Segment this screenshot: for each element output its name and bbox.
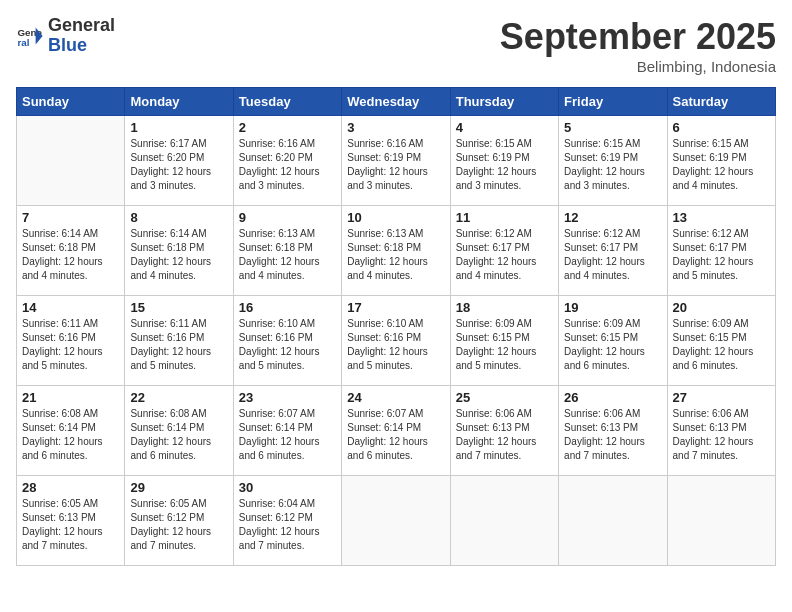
calendar-cell: 27Sunrise: 6:06 AM Sunset: 6:13 PM Dayli… <box>667 386 775 476</box>
day-number: 1 <box>130 120 227 135</box>
day-number: 18 <box>456 300 553 315</box>
calendar-cell: 24Sunrise: 6:07 AM Sunset: 6:14 PM Dayli… <box>342 386 450 476</box>
calendar-cell <box>667 476 775 566</box>
logo-icon: Gene ral <box>16 22 44 50</box>
calendar-cell: 7Sunrise: 6:14 AM Sunset: 6:18 PM Daylig… <box>17 206 125 296</box>
calendar-week-row: 7Sunrise: 6:14 AM Sunset: 6:18 PM Daylig… <box>17 206 776 296</box>
day-info: Sunrise: 6:05 AM Sunset: 6:13 PM Dayligh… <box>22 497 119 553</box>
day-number: 10 <box>347 210 444 225</box>
day-info: Sunrise: 6:06 AM Sunset: 6:13 PM Dayligh… <box>673 407 770 463</box>
calendar-cell: 6Sunrise: 6:15 AM Sunset: 6:19 PM Daylig… <box>667 116 775 206</box>
logo: Gene ral General Blue <box>16 16 115 56</box>
day-info: Sunrise: 6:12 AM Sunset: 6:17 PM Dayligh… <box>564 227 661 283</box>
calendar-cell: 23Sunrise: 6:07 AM Sunset: 6:14 PM Dayli… <box>233 386 341 476</box>
day-info: Sunrise: 6:14 AM Sunset: 6:18 PM Dayligh… <box>22 227 119 283</box>
day-number: 21 <box>22 390 119 405</box>
day-number: 15 <box>130 300 227 315</box>
calendar-cell: 25Sunrise: 6:06 AM Sunset: 6:13 PM Dayli… <box>450 386 558 476</box>
day-number: 3 <box>347 120 444 135</box>
calendar-cell: 12Sunrise: 6:12 AM Sunset: 6:17 PM Dayli… <box>559 206 667 296</box>
day-headers-row: SundayMondayTuesdayWednesdayThursdayFrid… <box>17 88 776 116</box>
calendar-header: SundayMondayTuesdayWednesdayThursdayFrid… <box>17 88 776 116</box>
day-number: 17 <box>347 300 444 315</box>
calendar-cell: 30Sunrise: 6:04 AM Sunset: 6:12 PM Dayli… <box>233 476 341 566</box>
calendar-cell: 16Sunrise: 6:10 AM Sunset: 6:16 PM Dayli… <box>233 296 341 386</box>
day-info: Sunrise: 6:17 AM Sunset: 6:20 PM Dayligh… <box>130 137 227 193</box>
day-info: Sunrise: 6:07 AM Sunset: 6:14 PM Dayligh… <box>347 407 444 463</box>
day-info: Sunrise: 6:09 AM Sunset: 6:15 PM Dayligh… <box>673 317 770 373</box>
day-info: Sunrise: 6:06 AM Sunset: 6:13 PM Dayligh… <box>456 407 553 463</box>
calendar-cell: 1Sunrise: 6:17 AM Sunset: 6:20 PM Daylig… <box>125 116 233 206</box>
day-info: Sunrise: 6:14 AM Sunset: 6:18 PM Dayligh… <box>130 227 227 283</box>
calendar-cell: 11Sunrise: 6:12 AM Sunset: 6:17 PM Dayli… <box>450 206 558 296</box>
calendar-cell: 10Sunrise: 6:13 AM Sunset: 6:18 PM Dayli… <box>342 206 450 296</box>
calendar-cell: 13Sunrise: 6:12 AM Sunset: 6:17 PM Dayli… <box>667 206 775 296</box>
day-info: Sunrise: 6:13 AM Sunset: 6:18 PM Dayligh… <box>347 227 444 283</box>
calendar-cell: 19Sunrise: 6:09 AM Sunset: 6:15 PM Dayli… <box>559 296 667 386</box>
calendar-cell: 2Sunrise: 6:16 AM Sunset: 6:20 PM Daylig… <box>233 116 341 206</box>
calendar-table: SundayMondayTuesdayWednesdayThursdayFrid… <box>16 87 776 566</box>
calendar-cell: 15Sunrise: 6:11 AM Sunset: 6:16 PM Dayli… <box>125 296 233 386</box>
calendar-cell: 8Sunrise: 6:14 AM Sunset: 6:18 PM Daylig… <box>125 206 233 296</box>
day-info: Sunrise: 6:12 AM Sunset: 6:17 PM Dayligh… <box>456 227 553 283</box>
day-info: Sunrise: 6:16 AM Sunset: 6:20 PM Dayligh… <box>239 137 336 193</box>
calendar-cell: 3Sunrise: 6:16 AM Sunset: 6:19 PM Daylig… <box>342 116 450 206</box>
day-number: 4 <box>456 120 553 135</box>
day-number: 12 <box>564 210 661 225</box>
calendar-week-row: 14Sunrise: 6:11 AM Sunset: 6:16 PM Dayli… <box>17 296 776 386</box>
day-info: Sunrise: 6:06 AM Sunset: 6:13 PM Dayligh… <box>564 407 661 463</box>
day-number: 14 <box>22 300 119 315</box>
calendar-body: 1Sunrise: 6:17 AM Sunset: 6:20 PM Daylig… <box>17 116 776 566</box>
calendar-cell: 17Sunrise: 6:10 AM Sunset: 6:16 PM Dayli… <box>342 296 450 386</box>
day-number: 27 <box>673 390 770 405</box>
calendar-week-row: 1Sunrise: 6:17 AM Sunset: 6:20 PM Daylig… <box>17 116 776 206</box>
day-number: 28 <box>22 480 119 495</box>
calendar-cell: 4Sunrise: 6:15 AM Sunset: 6:19 PM Daylig… <box>450 116 558 206</box>
day-number: 26 <box>564 390 661 405</box>
day-number: 19 <box>564 300 661 315</box>
calendar-cell: 21Sunrise: 6:08 AM Sunset: 6:14 PM Dayli… <box>17 386 125 476</box>
calendar-week-row: 28Sunrise: 6:05 AM Sunset: 6:13 PM Dayli… <box>17 476 776 566</box>
calendar-cell: 14Sunrise: 6:11 AM Sunset: 6:16 PM Dayli… <box>17 296 125 386</box>
day-info: Sunrise: 6:11 AM Sunset: 6:16 PM Dayligh… <box>130 317 227 373</box>
day-info: Sunrise: 6:12 AM Sunset: 6:17 PM Dayligh… <box>673 227 770 283</box>
calendar-cell: 20Sunrise: 6:09 AM Sunset: 6:15 PM Dayli… <box>667 296 775 386</box>
day-number: 7 <box>22 210 119 225</box>
month-title: September 2025 <box>500 16 776 58</box>
calendar-cell: 5Sunrise: 6:15 AM Sunset: 6:19 PM Daylig… <box>559 116 667 206</box>
day-number: 29 <box>130 480 227 495</box>
calendar-cell: 9Sunrise: 6:13 AM Sunset: 6:18 PM Daylig… <box>233 206 341 296</box>
calendar-cell: 29Sunrise: 6:05 AM Sunset: 6:12 PM Dayli… <box>125 476 233 566</box>
day-number: 5 <box>564 120 661 135</box>
calendar-cell: 22Sunrise: 6:08 AM Sunset: 6:14 PM Dayli… <box>125 386 233 476</box>
calendar-cell <box>342 476 450 566</box>
calendar-cell <box>17 116 125 206</box>
calendar-cell <box>450 476 558 566</box>
day-info: Sunrise: 6:11 AM Sunset: 6:16 PM Dayligh… <box>22 317 119 373</box>
day-info: Sunrise: 6:16 AM Sunset: 6:19 PM Dayligh… <box>347 137 444 193</box>
day-info: Sunrise: 6:10 AM Sunset: 6:16 PM Dayligh… <box>239 317 336 373</box>
page-header: Gene ral General Blue September 2025 Bel… <box>16 16 776 75</box>
day-number: 24 <box>347 390 444 405</box>
day-info: Sunrise: 6:08 AM Sunset: 6:14 PM Dayligh… <box>22 407 119 463</box>
day-info: Sunrise: 6:10 AM Sunset: 6:16 PM Dayligh… <box>347 317 444 373</box>
day-number: 22 <box>130 390 227 405</box>
day-number: 23 <box>239 390 336 405</box>
day-header-saturday: Saturday <box>667 88 775 116</box>
day-info: Sunrise: 6:15 AM Sunset: 6:19 PM Dayligh… <box>456 137 553 193</box>
day-number: 20 <box>673 300 770 315</box>
day-number: 25 <box>456 390 553 405</box>
location-subtitle: Belimbing, Indonesia <box>500 58 776 75</box>
day-info: Sunrise: 6:15 AM Sunset: 6:19 PM Dayligh… <box>564 137 661 193</box>
day-number: 2 <box>239 120 336 135</box>
title-area: September 2025 Belimbing, Indonesia <box>500 16 776 75</box>
day-info: Sunrise: 6:13 AM Sunset: 6:18 PM Dayligh… <box>239 227 336 283</box>
calendar-week-row: 21Sunrise: 6:08 AM Sunset: 6:14 PM Dayli… <box>17 386 776 476</box>
day-info: Sunrise: 6:09 AM Sunset: 6:15 PM Dayligh… <box>456 317 553 373</box>
day-header-sunday: Sunday <box>17 88 125 116</box>
calendar-cell: 18Sunrise: 6:09 AM Sunset: 6:15 PM Dayli… <box>450 296 558 386</box>
calendar-cell: 26Sunrise: 6:06 AM Sunset: 6:13 PM Dayli… <box>559 386 667 476</box>
day-info: Sunrise: 6:07 AM Sunset: 6:14 PM Dayligh… <box>239 407 336 463</box>
day-number: 30 <box>239 480 336 495</box>
day-number: 11 <box>456 210 553 225</box>
